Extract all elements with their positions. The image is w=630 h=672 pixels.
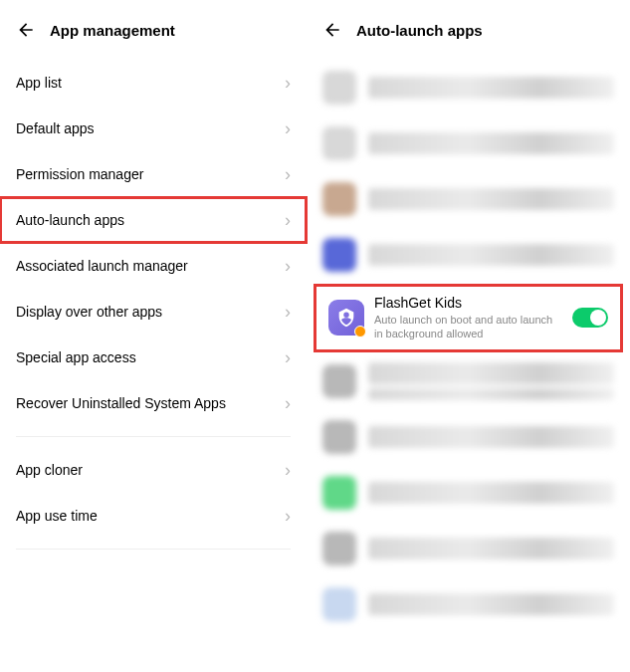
blurred-app-icon [322, 238, 356, 272]
row-associated-launch-manager[interactable]: Associated launch manager › [0, 243, 307, 289]
blurred-text [368, 426, 614, 448]
app-management-pane: App management App list › Default apps ›… [0, 0, 307, 672]
blurred-app-icon [322, 182, 356, 216]
blurred-app-icon [322, 587, 356, 621]
row-app-use-time[interactable]: App use time › [0, 493, 307, 539]
blurred-app-row [307, 576, 630, 632]
row-label: Auto-launch apps [16, 212, 124, 228]
blurred-text [368, 593, 614, 615]
row-display-over-other-apps[interactable]: Display over other apps › [0, 289, 307, 335]
row-label: App list [16, 75, 62, 91]
divider [16, 436, 291, 437]
blurred-text [368, 77, 614, 99]
blurred-app-icon [322, 476, 356, 510]
page-title-right: Auto-launch apps [356, 22, 483, 39]
left-header: App management [0, 12, 307, 60]
flashget-kids-icon [328, 300, 364, 336]
blurred-app-row [307, 465, 630, 521]
blurred-text [368, 362, 614, 384]
page-title-left: App management [50, 22, 175, 39]
row-label: Recover Uninstalled System Apps [16, 395, 226, 411]
chevron-right-icon: › [285, 348, 291, 366]
row-label: Permission manager [16, 166, 143, 182]
app-icon-badge [354, 326, 366, 337]
row-label: App use time [16, 508, 98, 524]
blurred-app-row [307, 409, 630, 465]
blurred-app-icon [322, 532, 356, 565]
blurred-text [368, 132, 614, 154]
chevron-right-icon: › [285, 461, 291, 479]
chevron-right-icon: › [285, 74, 291, 92]
blurred-text [368, 244, 614, 266]
back-icon[interactable] [16, 20, 36, 40]
row-recover-uninstalled-system-apps[interactable]: Recover Uninstalled System Apps › [0, 380, 307, 426]
row-app-list[interactable]: App list › [0, 60, 307, 106]
row-label: Associated launch manager [16, 258, 188, 274]
blurred-app-icon [322, 126, 356, 160]
blurred-app-row [307, 227, 630, 283]
blurred-app-icon [322, 420, 356, 454]
blurred-app-row [307, 60, 630, 115]
row-flashget-kids[interactable]: FlashGet Kids Auto launch on boot and au… [315, 285, 622, 351]
blurred-app-row [307, 521, 630, 576]
chevron-right-icon: › [285, 303, 291, 321]
divider [16, 549, 291, 550]
blurred-app-icon [322, 364, 356, 398]
blurred-app-row [307, 115, 630, 171]
blurred-text [368, 188, 614, 210]
row-label: Display over other apps [16, 304, 162, 320]
row-label: Default apps [16, 120, 95, 136]
blurred-text [368, 388, 614, 400]
chevron-right-icon: › [285, 507, 291, 525]
row-permission-manager[interactable]: Permission manager › [0, 151, 307, 197]
blurred-app-icon [322, 71, 356, 105]
auto-launch-apps-pane: Auto-launch apps FlashGet Kids Auto laun… [307, 0, 630, 672]
app-text: FlashGet Kids Auto launch on boot and au… [374, 295, 562, 341]
row-app-cloner[interactable]: App cloner › [0, 447, 307, 493]
row-label: Special app access [16, 349, 136, 365]
chevron-right-icon: › [285, 394, 291, 412]
auto-launch-toggle[interactable] [572, 308, 608, 328]
blurred-text [368, 538, 614, 560]
chevron-right-icon: › [285, 119, 291, 137]
blurred-app-row [307, 171, 630, 227]
row-auto-launch-apps[interactable]: Auto-launch apps › [0, 197, 307, 243]
chevron-right-icon: › [285, 165, 291, 183]
row-label: App cloner [16, 462, 83, 478]
back-icon[interactable] [322, 20, 342, 40]
blurred-app-row [307, 353, 630, 409]
toggle-knob [590, 310, 606, 326]
chevron-right-icon: › [285, 257, 291, 275]
chevron-right-icon: › [285, 211, 291, 229]
blurred-text [368, 482, 614, 504]
right-header: Auto-launch apps [307, 12, 630, 60]
app-subtitle: Auto launch on boot and auto launch in b… [374, 313, 562, 341]
row-default-apps[interactable]: Default apps › [0, 106, 307, 151]
app-title: FlashGet Kids [374, 295, 562, 311]
row-special-app-access[interactable]: Special app access › [0, 335, 307, 380]
